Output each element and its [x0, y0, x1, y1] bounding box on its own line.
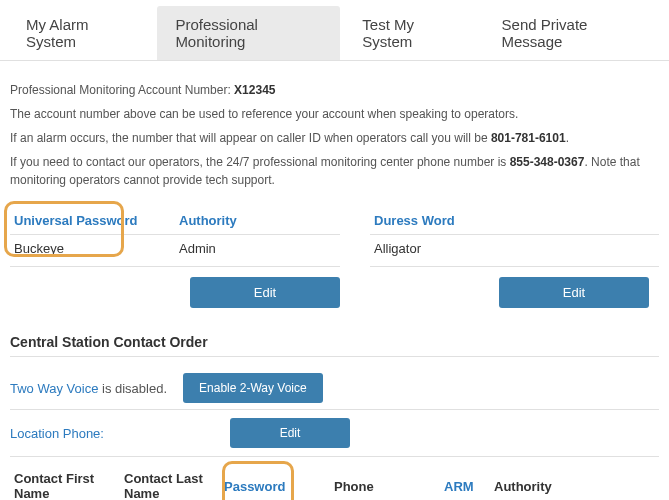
passwords-edit-button[interactable]: Edit [190, 277, 340, 308]
account-number-label: Professional Monitoring Account Number: [10, 83, 234, 97]
two-way-voice-label: Two Way Voice [10, 381, 98, 396]
col-arm: ARM [440, 463, 490, 500]
universal-password-header: Universal Password [10, 207, 175, 235]
col-last-name: Contact Last Name [120, 463, 220, 500]
duress-word-header: Duress Word [370, 207, 659, 235]
caller-id-line: If an alarm occurs, the number that will… [10, 129, 659, 147]
tab-send-private-message[interactable]: Send Private Message [484, 6, 661, 60]
central-station-title: Central Station Contact Order [10, 334, 659, 357]
account-number-help: The account number above can be used to … [10, 105, 659, 123]
monitoring-center-phone: 855-348-0367 [510, 155, 585, 169]
caller-id-number: 801-781-6101 [491, 131, 566, 145]
location-phone-edit-button[interactable]: Edit [230, 418, 350, 448]
tab-bar: My Alarm System Professional Monitoring … [0, 0, 669, 61]
two-way-voice-status: is disabled. [98, 381, 167, 396]
authority-value: Admin [175, 235, 340, 267]
col-phone: Phone [330, 463, 440, 500]
contacts-table: Contact First Name Contact Last Name Pas… [10, 463, 659, 500]
col-first-name: Contact First Name [10, 463, 120, 500]
enable-two-way-voice-button[interactable]: Enable 2-Way Voice [183, 373, 323, 403]
account-number-value: X12345 [234, 83, 275, 97]
tab-my-alarm-system[interactable]: My Alarm System [8, 6, 153, 60]
tab-test-my-system[interactable]: Test My System [344, 6, 479, 60]
operator-phone-line: If you need to contact our operators, th… [10, 153, 659, 189]
tab-professional-monitoring[interactable]: Professional Monitoring [157, 6, 340, 60]
authority-header: Authority [175, 207, 340, 235]
duress-word-value: Alligator [370, 235, 659, 267]
duress-edit-button[interactable]: Edit [499, 277, 649, 308]
account-number-line: Professional Monitoring Account Number: … [10, 81, 659, 99]
content-area: Professional Monitoring Account Number: … [0, 61, 669, 500]
col-authority: Authority [490, 463, 659, 500]
location-phone-label: Location Phone: [10, 426, 230, 441]
col-password: Password [220, 463, 290, 500]
universal-password-value: Buckeye [10, 235, 175, 267]
